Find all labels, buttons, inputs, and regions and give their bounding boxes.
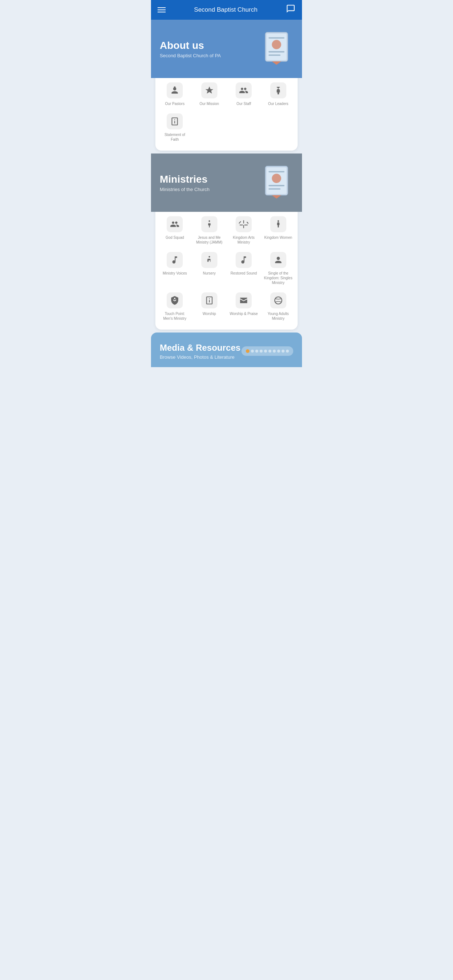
dot-5 <box>268 350 271 353</box>
staff-label: Our Staff <box>236 101 251 106</box>
grid-item-our-staff[interactable]: Our Staff <box>227 78 260 109</box>
dot-7 <box>277 350 280 353</box>
single-kingdom-icon <box>270 252 286 268</box>
ministries-grid-card: God Squad Jesus and Me Ministry (JAMM) <box>155 206 298 329</box>
kingdom-arts-icon <box>236 216 252 232</box>
dot-1 <box>251 350 254 353</box>
kingdom-women-label: Kingdom Women <box>264 235 292 240</box>
svg-rect-13 <box>268 185 284 186</box>
grid-item-our-pastors[interactable]: Our Pastors <box>158 78 191 109</box>
ministries-grid-row2: Ministry Voices Nursery Restored Sound <box>158 248 295 288</box>
touch-point-label: Touch Point: Men's Ministry <box>160 311 189 321</box>
hamburger-menu-button[interactable] <box>158 7 166 13</box>
mission-icon <box>201 83 217 99</box>
young-adults-icon <box>270 293 286 309</box>
jesus-me-label: Jesus and Me Ministry (JAMM) <box>195 235 224 245</box>
dot-8 <box>282 350 284 353</box>
grid-item-young-adults[interactable]: Young Adults Ministry <box>262 288 295 324</box>
kingdom-women-icon <box>270 216 286 232</box>
young-adults-label: Young Adults Ministry <box>264 311 293 321</box>
pastor-icon <box>167 83 183 99</box>
grid-item-god-squad[interactable]: God Squad <box>158 212 191 248</box>
kingdom-arts-label: Kingdom Arts Ministry <box>229 235 258 245</box>
svg-rect-8 <box>276 87 280 88</box>
grid-item-single-kingdom[interactable]: Single of the Kingdom: Singles Ministry <box>262 248 295 288</box>
header-title: Second Baptist Church <box>166 6 286 13</box>
god-squad-icon <box>167 216 183 232</box>
god-squad-label: God Squad <box>166 235 184 240</box>
grid-item-our-leaders[interactable]: Our Leaders <box>262 78 295 109</box>
grid-item-jesus-me[interactable]: Jesus and Me Ministry (JAMM) <box>193 212 226 248</box>
svg-rect-14 <box>268 188 281 189</box>
svg-rect-7 <box>174 86 175 88</box>
svg-rect-4 <box>268 51 284 52</box>
media-subtitle: Browse Videos, Photos & Literature <box>160 355 240 360</box>
svg-point-12 <box>272 173 281 183</box>
about-subtitle: Second Baptist Church of PA <box>160 53 221 58</box>
worship-praise-icon <box>236 293 252 309</box>
worship-label: Worship <box>203 311 216 316</box>
mission-label: Our Mission <box>199 101 219 106</box>
dots-indicator <box>241 346 293 356</box>
grid-item-worship-praise[interactable]: Worship & Praise <box>227 288 260 324</box>
dot-6 <box>273 350 276 353</box>
svg-rect-2 <box>268 37 284 39</box>
grid-item-kingdom-arts[interactable]: Kingdom Arts Ministry <box>227 212 260 248</box>
dot-2 <box>255 350 258 353</box>
svg-point-3 <box>272 40 281 49</box>
about-banner: About us Second Baptist Church of PA <box>151 20 302 78</box>
touch-point-icon <box>167 293 183 309</box>
grid-item-nursery[interactable]: Nursery <box>193 248 226 288</box>
grid-item-worship[interactable]: Worship <box>193 288 226 324</box>
svg-point-16 <box>278 220 279 222</box>
ministries-grid-row1: God Squad Jesus and Me Ministry (JAMM) <box>158 212 295 248</box>
about-title: About us <box>160 40 221 51</box>
restored-sound-label: Restored Sound <box>231 271 257 275</box>
grid-item-ministry-voices[interactable]: Ministry Voices <box>158 248 191 288</box>
nursery-icon <box>201 252 217 268</box>
statement-icon <box>167 113 183 129</box>
about-banner-text: About us Second Baptist Church of PA <box>160 40 221 58</box>
about-book-icon <box>260 30 293 67</box>
app-header: Second Baptist Church <box>151 0 302 20</box>
ministries-title: Ministries <box>160 173 210 185</box>
svg-point-17 <box>274 297 282 304</box>
about-section: About us Second Baptist Church of PA <box>151 20 302 151</box>
worship-icon <box>201 293 217 309</box>
svg-marker-15 <box>272 196 281 199</box>
worship-praise-label: Worship & Praise <box>230 311 258 316</box>
ministries-book-icon <box>260 164 293 201</box>
media-section: Media & Resources Browse Videos, Photos … <box>151 332 302 367</box>
about-grid: Our Pastors Our Mission Our Staff <box>158 78 295 109</box>
dot-4 <box>264 350 267 353</box>
dot-active <box>246 349 249 353</box>
media-title: Media & Resources <box>160 343 240 353</box>
ministries-banner-text: Ministries Ministries of the Church <box>160 173 210 192</box>
staff-icon <box>236 83 252 99</box>
grid-item-touch-point[interactable]: Touch Point: Men's Ministry <box>158 288 191 324</box>
ministries-banner: Ministries Ministries of the Church <box>151 153 302 212</box>
grid-item-restored-sound[interactable]: Restored Sound <box>227 248 260 288</box>
grid-item-kingdom-women[interactable]: Kingdom Women <box>262 212 295 248</box>
leaders-label: Our Leaders <box>268 101 289 106</box>
ministries-subtitle: Ministries of the Church <box>160 187 210 192</box>
media-banner-text: Media & Resources Browse Videos, Photos … <box>160 343 240 360</box>
statement-label: Statement of Faith <box>160 132 189 142</box>
svg-rect-5 <box>268 54 281 56</box>
jesus-me-icon <box>201 216 217 232</box>
leaders-icon <box>270 83 286 99</box>
chat-icon[interactable] <box>286 4 295 16</box>
grid-item-statement-faith[interactable]: Statement of Faith <box>158 109 191 145</box>
grid-item-our-mission[interactable]: Our Mission <box>193 78 226 109</box>
ministry-voices-icon <box>167 252 183 268</box>
svg-marker-6 <box>272 62 281 65</box>
dot-9 <box>286 350 289 353</box>
about-grid-row2: Statement of Faith <box>158 109 295 145</box>
single-kingdom-label: Single of the Kingdom: Singles Ministry <box>264 271 293 285</box>
dot-3 <box>260 350 263 353</box>
about-grid-card: Our Pastors Our Mission Our Staff <box>155 72 298 151</box>
nursery-label: Nursery <box>203 271 215 275</box>
svg-rect-11 <box>268 171 284 172</box>
ministry-voices-label: Ministry Voices <box>163 271 187 275</box>
restored-sound-icon <box>236 252 252 268</box>
